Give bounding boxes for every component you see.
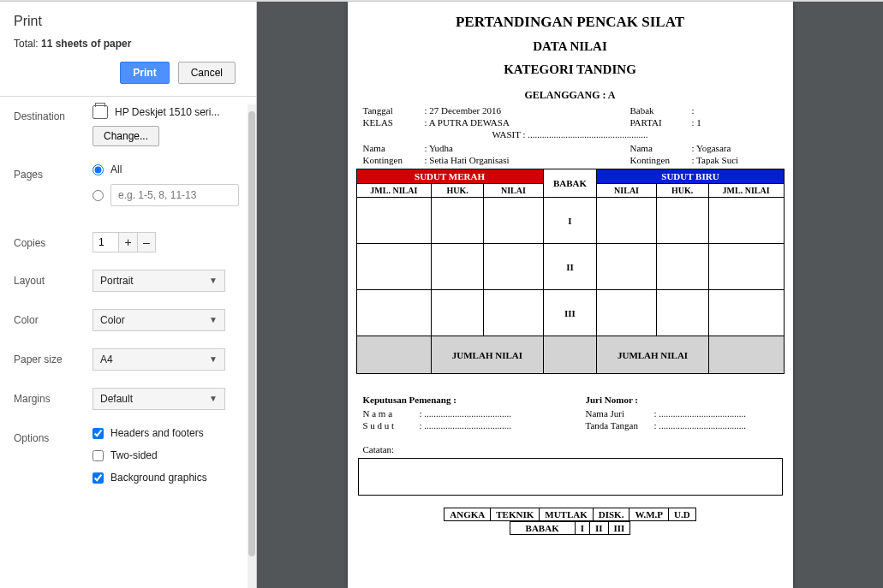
doc-title-2: DATA NILAI (356, 39, 785, 54)
bottom-table-2: BABAK IIIIII (510, 521, 631, 535)
color-label: Color (14, 309, 92, 326)
meta-row: Kontingen: Setia Hati Organisasi Konting… (363, 155, 785, 165)
papersize-label: Paper size (14, 348, 92, 365)
pages-all-radio[interactable] (92, 164, 104, 175)
gelanggang: GELANGGANG : A (356, 89, 785, 102)
margins-label: Margins (14, 388, 92, 405)
margins-select[interactable]: Default (92, 388, 225, 410)
keputusan-header: Keputusan Pemenang : (363, 395, 586, 405)
wasit: WASIT : ................................… (356, 129, 785, 140)
print-preview[interactable]: PERTANDINGAN PENCAK SILAT DATA NILAI KAT… (257, 2, 883, 588)
print-total: Total: 11 sheets of paper (14, 38, 242, 50)
bottom-table-1: ANGKATEKNIKMUTLAK DISK.W.M.PU.D (444, 508, 695, 521)
background-graphics-checkbox[interactable] (92, 472, 104, 484)
print-title: Print (14, 14, 242, 29)
layout-select[interactable]: Portrait (92, 270, 225, 292)
doc-title-3: KATEGORI TANDING (356, 62, 785, 77)
meta-row: KELAS: A PUTRA DEWASA PARTAI: 1 (363, 117, 785, 128)
print-button[interactable]: Print (120, 62, 169, 84)
copies-increment[interactable]: + (118, 232, 137, 252)
pages-range-input[interactable] (110, 184, 239, 206)
pages-all-label: All (110, 163, 122, 175)
sidebar-scrollbar[interactable] (248, 104, 256, 588)
juri-header: Juri Nomor : (586, 395, 785, 405)
meta-row: Nama: Yudha Nama: Yogasara (363, 143, 785, 153)
cancel-button[interactable]: Cancel (178, 62, 236, 84)
score-table: SUDUT MERAH BABAK SUDUT BIRU JML. NILAI … (356, 169, 785, 374)
copies-decrement[interactable]: – (137, 232, 156, 252)
copies-input[interactable] (92, 232, 118, 252)
copies-label: Copies (14, 232, 92, 249)
print-sidebar: Print Total: 11 sheets of paper Print Ca… (0, 2, 257, 588)
printer-icon (92, 105, 108, 119)
options-label: Options (14, 427, 92, 444)
layout-label: Layout (14, 270, 92, 287)
pages-label: Pages (14, 163, 92, 181)
destination-label: Destination (14, 105, 92, 122)
change-destination-button[interactable]: Change... (92, 126, 159, 146)
headers-footers-checkbox[interactable] (92, 428, 104, 439)
catatan-box (358, 458, 783, 496)
pages-range-radio[interactable] (92, 190, 104, 201)
color-select[interactable]: Color (92, 309, 225, 331)
doc-title-1: PERTANDINGAN PENCAK SILAT (356, 14, 785, 31)
papersize-select[interactable]: A4 (92, 348, 225, 371)
catatan-label: Catatan: (363, 444, 785, 454)
two-sided-checkbox[interactable] (92, 450, 104, 461)
printer-name: HP Deskjet 1510 seri... (92, 105, 249, 119)
preview-page: PERTANDINGAN PENCAK SILAT DATA NILAI KAT… (348, 2, 793, 588)
meta-row: Tanggal: 27 December 2016 Babak: (363, 105, 785, 116)
